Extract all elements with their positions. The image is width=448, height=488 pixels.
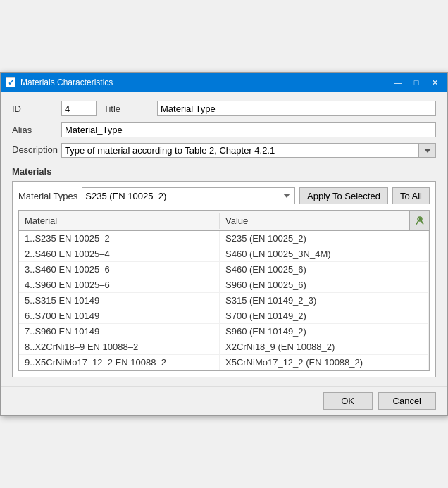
table-body: 1..S235 EN 10025–2 S235 (EN 10025_2) 2..… xyxy=(19,231,429,370)
table-row[interactable]: 9..X5CrNiMo17–12–2 EN 10088–2 X5CrNiMo17… xyxy=(19,355,429,370)
alias-label: Alias xyxy=(12,125,61,135)
description-wrapper xyxy=(61,143,436,158)
window-title: Materials Characteristics xyxy=(20,77,390,87)
cell-value: S700 (EN 10149_2) xyxy=(220,308,429,323)
svg-point-1 xyxy=(418,218,421,220)
cell-material: 7..S960 EN 10149 xyxy=(19,324,220,339)
description-input[interactable] xyxy=(62,144,418,157)
cell-material: 1..S235 EN 10025–2 xyxy=(19,231,220,246)
column-value-header: Value xyxy=(220,213,409,229)
cell-value: S235 (EN 10025_2) xyxy=(220,231,429,246)
materials-section-label: Materials xyxy=(12,166,436,177)
close-button[interactable]: ✕ xyxy=(426,75,443,89)
table-row[interactable]: 5..S315 EN 10149 S315 (EN 10149_2_3) xyxy=(19,293,429,308)
table-row[interactable]: 3..S460 EN 10025–6 S460 (EN 10025_6) xyxy=(19,262,429,277)
ok-button[interactable]: OK xyxy=(323,392,373,410)
column-material-header: Material xyxy=(19,213,220,229)
pin-icon xyxy=(415,215,425,225)
cell-material: 9..X5CrNiMo17–12–2 EN 10088–2 xyxy=(19,355,220,370)
cell-material: 6..S700 EN 10149 xyxy=(19,308,220,323)
table-row[interactable]: 8..X2CrNi18–9 EN 10088–2 X2CrNi18_9 (EN … xyxy=(19,339,429,355)
minimize-button[interactable]: — xyxy=(390,75,406,89)
cell-material: 8..X2CrNi18–9 EN 10088–2 xyxy=(19,339,220,354)
id-input[interactable] xyxy=(61,101,97,116)
table-row[interactable]: 1..S235 EN 10025–2 S235 (EN 10025_2) xyxy=(19,231,429,246)
alias-row: Alias xyxy=(12,122,436,137)
cell-material: 4..S960 EN 10025–6 xyxy=(19,277,220,292)
title-input[interactable] xyxy=(157,101,436,116)
window-controls: — □ ✕ xyxy=(390,75,443,89)
materials-table: Material Value 1..S235 EN 10025–2 S235 (… xyxy=(18,210,430,371)
material-type-select[interactable]: S235 (EN 10025_2) xyxy=(82,187,295,204)
chevron-down-icon xyxy=(424,149,431,153)
title-bar: ✓ Materials Characteristics — □ ✕ xyxy=(1,73,447,92)
id-label: ID xyxy=(12,104,61,114)
cancel-button[interactable]: Cancel xyxy=(378,392,436,410)
window-icon: ✓ xyxy=(5,77,16,88)
cell-value: S460 (EN 10025_6) xyxy=(220,262,429,277)
table-action-button[interactable] xyxy=(409,211,429,230)
table-row[interactable]: 4..S960 EN 10025–6 S960 (EN 10025_6) xyxy=(19,277,429,293)
table-header: Material Value xyxy=(19,211,429,231)
materials-toolbar: Material Types S235 (EN 10025_2) Apply T… xyxy=(18,187,430,204)
cell-value: X2CrNi18_9 (EN 10088_2) xyxy=(220,339,429,354)
description-dropdown-button[interactable] xyxy=(418,144,435,157)
cell-value: S460 (EN 10025_3N_4M) xyxy=(220,246,429,261)
cell-value: S960 (EN 10149_2) xyxy=(220,324,429,339)
cell-value: S960 (EN 10025_6) xyxy=(220,277,429,292)
table-row[interactable]: 2..S460 EN 10025–4 S460 (EN 10025_3N_4M) xyxy=(19,246,429,262)
description-row: Description xyxy=(12,143,436,158)
cell-material: 2..S460 EN 10025–4 xyxy=(19,246,220,261)
cell-value: X5CrNiMo17_12_2 (EN 10088_2) xyxy=(220,355,429,370)
main-window: ✓ Materials Characteristics — □ ✕ ID Tit… xyxy=(0,72,448,416)
description-label: Description xyxy=(12,143,61,158)
table-row[interactable]: 6..S700 EN 10149 S700 (EN 10149_2) xyxy=(19,308,429,324)
apply-to-selected-button[interactable]: Apply To Selected xyxy=(299,187,388,204)
materials-section: Material Types S235 (EN 10025_2) Apply T… xyxy=(12,181,436,377)
cell-material: 5..S315 EN 10149 xyxy=(19,293,220,308)
title-label: Title xyxy=(104,104,153,114)
alias-input[interactable] xyxy=(61,122,436,137)
cell-value: S315 (EN 10149_2_3) xyxy=(220,293,429,308)
to-all-button[interactable]: To All xyxy=(392,187,430,204)
cell-material: 3..S460 EN 10025–6 xyxy=(19,262,220,277)
id-title-row: ID Title xyxy=(12,101,436,116)
maximize-button[interactable]: □ xyxy=(408,75,425,89)
dialog-footer: OK Cancel xyxy=(1,386,447,415)
dialog-content: ID Title Alias Description Materials xyxy=(1,92,447,386)
table-row[interactable]: 7..S960 EN 10149 S960 (EN 10149_2) xyxy=(19,324,429,339)
material-types-label: Material Types xyxy=(18,191,77,201)
